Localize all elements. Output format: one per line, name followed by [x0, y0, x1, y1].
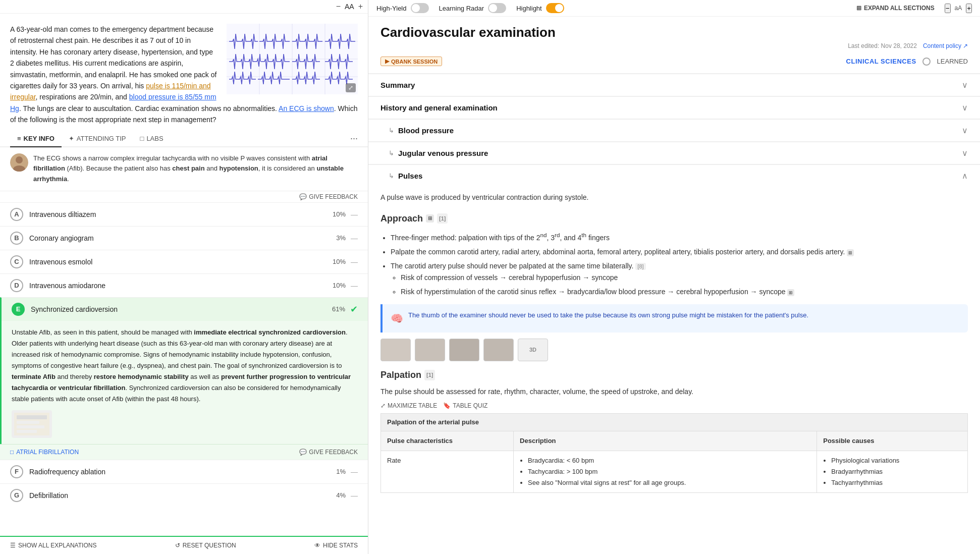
- atrial-fibrillation-link[interactable]: □ ATRIAL FIBRILLATION: [10, 449, 79, 456]
- reset-question-btn[interactable]: ↺ RESET QUESTION: [175, 542, 236, 549]
- answer-pct-d: 10%: [333, 282, 346, 289]
- desc-tachycardia: Tachycardia: > 100 bpm: [528, 466, 810, 477]
- answer-letter-b: B: [10, 232, 23, 245]
- answer-c[interactable]: C Intravenous esmolol 10% —: [0, 250, 368, 273]
- qbank-tag[interactable]: ▶ QBANK SESSION: [380, 57, 442, 66]
- right-panel: High-Yield Learning Radar Highlight ⊞ EX…: [368, 0, 980, 554]
- thumb-2[interactable]: [415, 339, 445, 361]
- tutor-text: The ECG shows a narrow complex irregular…: [33, 153, 358, 185]
- article-header: Cardiovascular examination Last edited: …: [368, 17, 980, 53]
- sub-bullet-2: Risk of hyperstimulation of the carotid …: [401, 286, 968, 298]
- tab-labs-label: LABS: [146, 135, 163, 142]
- atrial-link-label: ATRIAL FIBRILLATION: [16, 449, 79, 456]
- section-pulses-title: Pulses: [398, 172, 962, 180]
- section-blood-pressure[interactable]: ↳ Blood pressure ∨: [368, 119, 980, 141]
- qbank-tag-label: QBANK SESSION: [391, 59, 438, 65]
- answer-e[interactable]: E Synchronized cardioversion 61% ✔: [0, 297, 368, 321]
- article-title: Cardiovascular examination: [380, 25, 968, 40]
- right-content: Cardiovascular examination Last edited: …: [368, 17, 980, 554]
- table-quiz-label: TABLE QUIZ: [453, 402, 487, 409]
- section-history[interactable]: History and general examination ∨: [368, 96, 980, 119]
- ref-icon-sub: ⊞: [787, 289, 794, 296]
- section-history-arrow: ∨: [962, 103, 968, 113]
- thumb-4[interactable]: [483, 339, 514, 361]
- ecg-image[interactable]: ⤢: [227, 24, 358, 94]
- answer-label-g: Defibrillation: [29, 491, 336, 500]
- answer-label-f: Radiofrequency ablation: [29, 468, 336, 476]
- table-header-causes: Possible causes: [817, 431, 968, 451]
- table-cell-rate: Rate: [381, 451, 514, 493]
- table-cell-causes: Physiological variations Bradyarrhythmia…: [817, 451, 968, 493]
- maximize-table-btn[interactable]: ⤢ MAXIMIZE TABLE: [380, 402, 437, 409]
- learned-radio[interactable]: [922, 58, 931, 66]
- section-summary-arrow: ∨: [962, 80, 968, 90]
- thumb-3d[interactable]: 3D: [518, 339, 548, 361]
- answer-dash-f: —: [351, 468, 358, 476]
- hide-stats-btn[interactable]: 👁 HIDE STATS: [314, 542, 358, 549]
- answer-letter-f: F: [10, 465, 23, 478]
- palpation-desc: The pulse should be assessed for rate, r…: [380, 386, 968, 397]
- section-pulses[interactable]: ↳ Pulses ∧: [368, 164, 980, 187]
- table-caption: Palpation of the arterial pulse: [380, 413, 968, 431]
- content-policy-link[interactable]: Content policy ↗: [923, 42, 968, 49]
- give-feedback-btn-bottom[interactable]: 💬 GIVE FEEDBACK: [299, 449, 358, 456]
- left-panel: − AA +: [0, 0, 368, 554]
- section-history-title: History and general examination: [380, 103, 962, 112]
- tab-labs[interactable]: □ LABS: [133, 131, 171, 147]
- tab-attending-tip[interactable]: ✦ ATTENDING TIP: [62, 131, 133, 147]
- description-list: Bradycardia: < 60 bpm Tachycardia: > 100…: [528, 455, 810, 488]
- svg-rect-12: [17, 421, 39, 424]
- expand-all-btn[interactable]: ⊞ EXPAND ALL SECTIONS: [856, 5, 935, 12]
- give-feedback-btn-top[interactable]: 💬 GIVE FEEDBACK: [299, 193, 358, 200]
- increase-font-btn[interactable]: +: [358, 2, 363, 11]
- table-cell-description: Bradycardia: < 60 bpm Tachycardia: > 100…: [514, 451, 817, 493]
- thumb-1[interactable]: [380, 339, 411, 361]
- tab-attending-tip-label: ATTENDING TIP: [77, 135, 126, 142]
- tabs-bar: ≡ KEY INFO ✦ ATTENDING TIP □ LABS ···: [0, 131, 368, 147]
- answer-pct-c: 10%: [333, 258, 346, 265]
- answer-d[interactable]: D Intravenous amiodarone 10% —: [0, 273, 368, 297]
- table-quiz-btn[interactable]: 🔖 TABLE QUIZ: [443, 402, 487, 409]
- answer-pct-g: 4%: [336, 491, 346, 499]
- answer-pct-e: 61%: [332, 305, 345, 313]
- show-all-explanations-btn[interactable]: ☰ SHOW ALL EXPLANATIONS: [10, 542, 96, 549]
- section-bp-title: Blood pressure: [398, 126, 962, 135]
- answer-dash-d: —: [351, 282, 358, 290]
- thumb-3[interactable]: [449, 339, 479, 361]
- high-yield-toggle[interactable]: [411, 3, 429, 13]
- decrease-font-btn[interactable]: −: [336, 2, 341, 11]
- answer-dash-a: —: [351, 210, 358, 218]
- qbank-play-icon: ▶: [385, 58, 389, 65]
- section-jugular[interactable]: ↳ Jugular venous pressure ∨: [368, 142, 980, 164]
- pulses-intro: A pulse wave is produced by ventricular …: [380, 192, 968, 204]
- answer-label-b: Coronary angiogram: [29, 234, 336, 242]
- answer-a[interactable]: A Intravenous diltiazem 10% —: [0, 202, 368, 226]
- tab-more-btn[interactable]: ···: [350, 133, 358, 144]
- feedback-icon-top: 💬: [299, 193, 307, 200]
- indent-arrow-jvp: ↳: [389, 149, 394, 157]
- show-all-icon: ☰: [10, 542, 16, 549]
- give-feedback-label-top: GIVE FEEDBACK: [309, 193, 358, 200]
- ecg-expand-btn[interactable]: ⤢: [346, 83, 356, 92]
- answer-f[interactable]: F Radiofrequency ablation 1% —: [0, 460, 368, 483]
- explanation-thumbnail[interactable]: [12, 410, 52, 438]
- answer-label-a: Intravenous diltiazem: [29, 210, 333, 218]
- learning-radar-toggle[interactable]: [488, 3, 506, 13]
- labs-icon: □: [140, 135, 144, 142]
- highlight-toggle[interactable]: [546, 3, 564, 13]
- tab-key-info[interactable]: ≡ KEY INFO: [10, 131, 62, 147]
- svg-rect-13: [17, 425, 44, 428]
- answer-g[interactable]: G Defibrillation 4% —: [0, 483, 368, 507]
- answer-letter-e: E: [12, 303, 25, 316]
- approach-ref: [1]: [437, 213, 448, 224]
- right-increase-font-btn[interactable]: +: [966, 4, 972, 13]
- right-font-label: aA: [955, 5, 962, 12]
- answer-letter-d: D: [10, 279, 23, 292]
- section-summary[interactable]: Summary ∨: [368, 74, 980, 96]
- attending-tip-icon: ✦: [69, 135, 74, 142]
- feedback-row-top: 💬 GIVE FEEDBACK: [0, 191, 368, 202]
- answer-b[interactable]: B Coronary angiogram 3% —: [0, 226, 368, 250]
- learning-radar-knob: [489, 4, 497, 12]
- explanation-link-row: □ ATRIAL FIBRILLATION 💬 GIVE FEEDBACK: [0, 444, 368, 460]
- right-decrease-font-btn[interactable]: −: [945, 4, 951, 13]
